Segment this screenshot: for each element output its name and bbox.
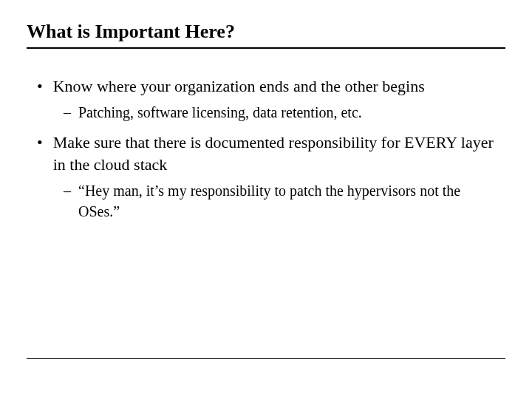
sub-bullet-text: Patching, software licensing, data reten…: [78, 102, 362, 123]
bullet-item: • Make sure that there is documented res…: [37, 132, 498, 176]
bullet-item: • Know where your organization ends and …: [37, 75, 498, 98]
sub-bullet-text: “Hey man, it’s my responsibility to patc…: [78, 180, 498, 222]
slide-content: • Know where your organization ends and …: [27, 75, 505, 222]
sub-bullet-item: – “Hey man, it’s my responsibility to pa…: [64, 180, 498, 222]
bullet-marker-icon: •: [37, 75, 43, 98]
dash-marker-icon: –: [64, 180, 71, 222]
bullet-marker-icon: •: [37, 132, 43, 176]
bullet-text: Know where your organization ends and th…: [53, 75, 425, 98]
bullet-text: Make sure that there is documented respo…: [53, 132, 498, 176]
slide-title: What is Important Here?: [27, 21, 505, 49]
dash-marker-icon: –: [64, 102, 71, 123]
sub-bullet-item: – Patching, software licensing, data ret…: [64, 102, 498, 123]
bottom-divider: [27, 358, 505, 359]
